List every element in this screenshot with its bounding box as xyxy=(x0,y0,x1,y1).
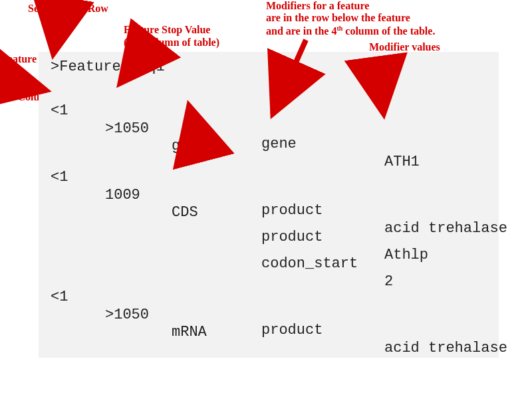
cell-header: >Feature Seq1 xyxy=(51,59,165,76)
cell-mod: codon_start xyxy=(261,255,358,273)
cell-start: <1 xyxy=(51,289,68,306)
table-row: codon_start 2 xyxy=(39,238,499,255)
arrow-seq-id xyxy=(53,15,60,55)
table-row: product acid trehalase xyxy=(39,185,499,202)
cell-mod: product xyxy=(261,322,323,339)
ann-modifiers: Modifiers for a featureare in the row be… xyxy=(266,0,435,38)
feature-table-box: >Feature Seq1 <1 >1050 gene gene ATH1 <1… xyxy=(39,52,499,358)
row-header: >Feature Seq1 xyxy=(39,59,499,76)
cell-start: <1 xyxy=(51,169,68,186)
ann-feature-stop: Feature Stop Value(2nd Column of table) xyxy=(124,24,219,49)
ann-feature-start: FeatureStartValue(1st Column of table) xyxy=(1,53,41,103)
cell-modval: acid trehalase xyxy=(384,340,507,357)
cell-start: <1 xyxy=(51,102,68,120)
table-row: gene ATH1 xyxy=(39,118,499,136)
table-row: <1 >1050 gene xyxy=(39,85,499,102)
table-row: product acid trehalase xyxy=(39,305,499,322)
table-row: <1 1009 CDS xyxy=(39,152,499,169)
cell-feat: mRNA xyxy=(172,324,207,341)
table-row: product Athlp xyxy=(39,211,499,229)
cell-mod: gene xyxy=(261,136,297,153)
table-row: <1 >1050 mRNA xyxy=(39,271,499,289)
ann-seq-id-row: Sequence ID Row xyxy=(28,3,108,15)
